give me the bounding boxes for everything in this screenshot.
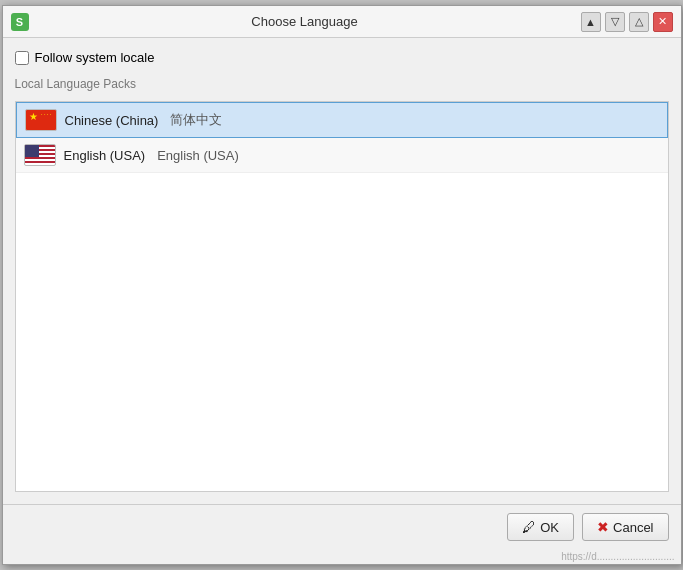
title-center: Choose Language xyxy=(29,14,581,29)
language-list: Chinese (China) 简体中文 English (USA) Engli… xyxy=(15,101,669,492)
lang-name-zh-cn: Chinese (China) xyxy=(65,113,159,128)
flag-icon-cn xyxy=(25,109,57,131)
follow-system-locale-label[interactable]: Follow system locale xyxy=(35,50,155,65)
app-icon: S xyxy=(11,13,29,31)
title-controls: ▲ ▽ △ ✕ xyxy=(581,12,673,32)
follow-system-locale-row: Follow system locale xyxy=(15,50,669,65)
close-button[interactable]: ✕ xyxy=(653,12,673,32)
lang-native-en-us: English (USA) xyxy=(157,148,239,163)
cancel-icon: ✖ xyxy=(597,519,609,535)
maximize-button[interactable]: △ xyxy=(629,12,649,32)
lang-name-en-us: English (USA) xyxy=(64,148,146,163)
follow-system-locale-checkbox[interactable] xyxy=(15,51,29,65)
choose-language-dialog: S Choose Language ▲ ▽ △ ✕ Follow system … xyxy=(2,5,682,565)
cancel-button[interactable]: ✖ Cancel xyxy=(582,513,668,541)
ok-button[interactable]: 🖊 OK xyxy=(507,513,574,541)
language-item-en-us[interactable]: English (USA) English (USA) xyxy=(16,138,668,173)
ok-label: OK xyxy=(540,520,559,535)
section-label: Local Language Packs xyxy=(15,77,669,91)
flag-icon-us xyxy=(24,144,56,166)
title-bar: S Choose Language ▲ ▽ △ ✕ xyxy=(3,6,681,38)
minimize-button[interactable]: ▲ xyxy=(581,12,601,32)
cancel-label: Cancel xyxy=(613,520,653,535)
ok-icon: 🖊 xyxy=(522,519,536,535)
restore-button[interactable]: ▽ xyxy=(605,12,625,32)
lang-native-zh-cn: 简体中文 xyxy=(170,111,222,129)
dialog-body: Follow system locale Local Language Pack… xyxy=(3,38,681,504)
language-item-zh-cn[interactable]: Chinese (China) 简体中文 xyxy=(16,102,668,138)
dialog-footer: 🖊 OK ✖ Cancel xyxy=(3,504,681,549)
title-bar-left: S xyxy=(11,13,29,31)
dialog-title: Choose Language xyxy=(251,14,357,29)
watermark: https://d............................ xyxy=(3,549,681,564)
